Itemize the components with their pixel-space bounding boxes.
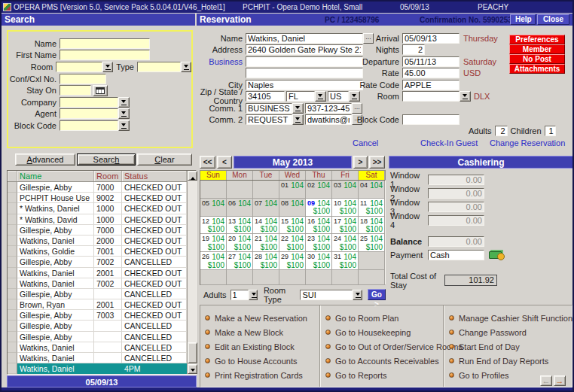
calendar-cell[interactable]: 23104$100 [306,234,332,252]
table-row[interactable]: Watkins, DanielCANCELLED [8,342,187,353]
block-code-lov-icon[interactable] [118,120,130,131]
adults-field[interactable] [495,126,508,136]
search-button[interactable]: Search [77,153,136,166]
calendar-cell[interactable]: 25104$100 [359,234,385,252]
calendar-cell[interactable]: 21104$100 [253,234,279,252]
nights-field[interactable] [402,44,425,55]
search-agent-input[interactable] [60,108,118,119]
room-lov-icon[interactable] [460,91,471,102]
search-name-input[interactable] [60,38,150,49]
calendar-cell[interactable]: 13104$100 [227,217,253,235]
row-selector[interactable] [8,193,17,203]
row-selector[interactable] [8,236,17,246]
table-row[interactable]: Gillespie, Abby7000CHECKED OUT [8,182,187,193]
table-row[interactable]: Gillespie, Abby7002CANCELLED [8,257,187,267]
search-company-input[interactable] [60,97,118,108]
table-row[interactable]: Gillespie, AbbyCANCELLED [8,332,187,342]
quick-link-item[interactable]: Start End of Day [449,339,572,354]
header-name[interactable]: Name [17,171,94,181]
results-scrollbar[interactable] [187,171,196,374]
scroll-up-icon[interactable] [188,171,197,181]
res-business-label[interactable]: Business [173,57,243,66]
calendar-cell[interactable]: 11104$100 [359,199,385,217]
table-row[interactable]: Gillespie, Abby7000CHECKED OUT [8,225,187,236]
calendar-icon[interactable] [93,85,108,96]
quick-link-item[interactable]: Make a New Block [205,325,319,339]
state-lov-icon[interactable] [315,91,326,102]
table-row[interactable]: Gillespie, AbbyCANCELLED [8,289,187,299]
calendar-cell[interactable]: 19104$100 [200,234,227,252]
table-row[interactable]: Watkins, Daniel2000CHECKED OUT [8,236,187,246]
calendar-cell[interactable]: 30104$100 [306,252,332,270]
calendar-cell[interactable]: 04104 [359,181,385,199]
calendar-cell[interactable]: 06104 [227,199,253,217]
res-zip-field[interactable] [246,91,285,102]
prev-month-button[interactable]: < [217,156,232,169]
calendar-cell[interactable]: 16104$100 [306,217,332,235]
cancel-link[interactable]: Cancel [353,138,378,147]
table-row[interactable]: Gillespie, AbbyCANCELLED [8,321,187,331]
cash-icon[interactable] [489,250,505,260]
table-row[interactable]: * Watkins, David1000CHECKED OUT [8,214,187,225]
comm2-type-field[interactable] [246,114,292,125]
cal-room-type-lov-icon[interactable] [353,290,362,300]
rate-code-field[interactable] [402,80,460,90]
row-selector[interactable] [8,257,17,267]
calendar-cell[interactable]: 18104$100 [359,217,385,235]
quick-link-item[interactable]: Make a New Reservation [205,311,319,325]
window3-field[interactable] [428,202,484,212]
arrival-field[interactable] [402,33,460,44]
next-year-button[interactable]: >> [369,156,385,169]
change-reservation-link[interactable]: Change Reservation [490,138,565,147]
quick-link-item[interactable]: Go to Reports [325,368,443,382]
help-button[interactable]: Help [510,14,536,25]
quick-link-item[interactable]: Go to House Accounts [205,354,319,368]
quick-link-item[interactable]: Go to Housekeeping [325,325,443,339]
close-button[interactable]: Close [537,14,569,25]
departure-field[interactable] [402,56,460,67]
search-first-name-input[interactable] [60,50,150,60]
row-selector[interactable] [8,353,17,363]
page-next-arrow-icon[interactable]: → [554,375,566,386]
no-post-button[interactable]: No Post [509,54,565,64]
calendar-cell[interactable]: 28104$100 [253,252,279,270]
go-button[interactable]: Go > [368,289,386,300]
cal-room-type-field[interactable] [300,290,353,300]
calendar-cell[interactable]: 29104$100 [279,252,306,270]
calendar-cell[interactable]: 07104 [253,199,279,217]
table-row[interactable]: Watkins, DanielCANCELLED [8,353,187,363]
clear-button[interactable]: Clear [137,153,192,166]
calendar-cell[interactable]: 10104$100 [332,199,359,217]
calendar-cell[interactable]: 02104 [306,181,332,199]
table-row[interactable]: Gillespie, Abby7003CHECKED OUT [8,310,187,321]
row-selector[interactable] [8,246,17,257]
header-status[interactable]: Status [122,171,187,181]
quick-link-item[interactable]: Go to Out of Order/Service Rooms [325,339,443,354]
comm1-ellipsis-button[interactable]: ... [352,103,362,114]
calendar-cell[interactable]: 14104$100 [253,217,279,235]
attachments-button[interactable]: Attachments [509,64,565,74]
comm1-type-field[interactable] [246,103,292,114]
calendar-cell[interactable]: 31104$100 [332,252,359,270]
member-button[interactable]: Member [509,44,565,54]
block-code-field[interactable] [402,114,460,125]
row-selector[interactable] [8,182,17,193]
table-row[interactable]: Watkins, Daniel4PM [8,363,187,374]
search-conf-input[interactable] [60,74,106,84]
calendar-cell[interactable]: 09104$100 [306,199,332,217]
calendar-cell[interactable]: 27104$100 [227,252,253,270]
agent-lov-icon[interactable] [118,108,130,119]
window1-field[interactable] [428,175,484,185]
calendar-cell[interactable]: 08104 [279,199,306,217]
quick-link-item[interactable]: Change Password [449,325,572,339]
table-row[interactable]: Watkins, Goldie7001CHECKED OUT [8,246,187,257]
room-lov-icon[interactable] [102,62,113,72]
table-row[interactable]: Brown, Ryan2001CHECKED OUT [8,299,187,310]
table-row[interactable]: Watkins, Daniel2001CHECKED OUT [8,268,187,278]
row-selector[interactable] [8,278,17,289]
row-selector[interactable] [8,289,17,299]
comm1-value-field[interactable] [305,103,352,114]
table-row[interactable]: PCHPIT House Use9002CHECKED OUT [8,193,187,203]
company-lov-icon[interactable] [118,97,130,108]
prev-year-button[interactable]: << [200,156,215,169]
